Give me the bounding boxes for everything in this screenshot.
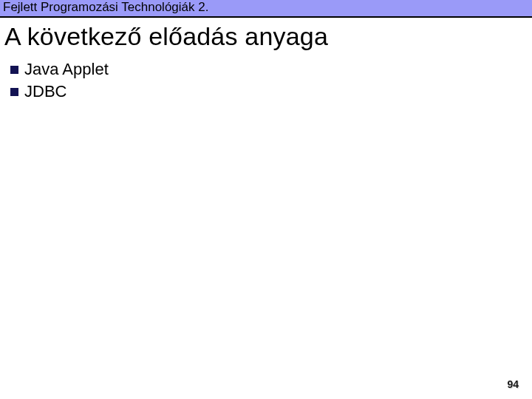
list-item: JDBC — [10, 81, 532, 103]
list-item-label: JDBC — [24, 81, 66, 103]
square-bullet-icon — [10, 88, 18, 96]
slide-title: A következő előadás anyaga — [0, 18, 532, 58]
list-item: Java Applet — [10, 58, 532, 81]
slide-header: Fejlett Programozási Technológiák 2. — [0, 0, 532, 18]
bullet-list: Java Applet JDBC — [0, 58, 532, 103]
list-item-label: Java Applet — [24, 58, 109, 81]
square-bullet-icon — [10, 66, 18, 74]
page-number: 94 — [507, 378, 519, 390]
header-text: Fejlett Programozási Technológiák 2. — [3, 0, 208, 14]
